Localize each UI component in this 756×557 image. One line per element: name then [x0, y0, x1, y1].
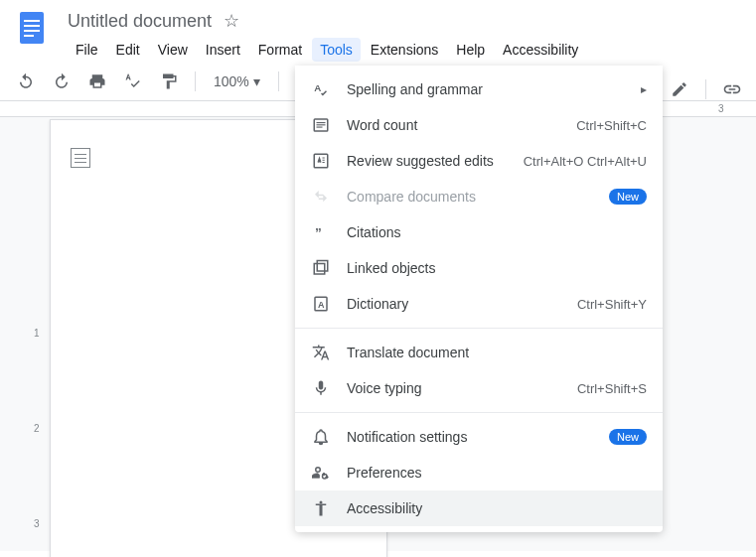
outline-icon[interactable] [71, 148, 90, 168]
svg-rect-13 [317, 261, 328, 272]
prefs-icon [311, 463, 331, 483]
print-button[interactable] [83, 68, 111, 95]
new-badge: New [609, 189, 647, 205]
menu-item-label: Linked objects [347, 260, 647, 276]
menu-item-word-count[interactable]: Word countCtrl+Shift+C [295, 107, 663, 143]
linked-icon [311, 258, 331, 278]
docs-logo[interactable] [12, 8, 52, 48]
menu-item-accessibility[interactable]: Accessibility [295, 490, 663, 526]
shortcut-label: Ctrl+Shift+C [576, 118, 647, 133]
star-icon[interactable]: ☆ [224, 10, 239, 32]
dictionary-icon: A [311, 294, 331, 314]
menu-item-label: Voice typing [347, 380, 561, 396]
svg-rect-12 [314, 264, 325, 275]
svg-point-17 [323, 475, 328, 480]
svg-rect-3 [24, 30, 40, 32]
menu-insert[interactable]: Insert [198, 38, 248, 62]
menu-item-preferences[interactable]: Preferences [295, 455, 663, 490]
menu-item-linked-objects[interactable]: Linked objects [295, 250, 663, 286]
citations-icon: ” [311, 222, 331, 242]
menu-item-label: Notification settings [347, 429, 593, 445]
menu-separator [295, 328, 663, 329]
svg-rect-1 [24, 20, 40, 22]
menu-edit[interactable]: Edit [108, 38, 148, 62]
zoom-label: 100% [214, 73, 249, 89]
menu-view[interactable]: View [150, 38, 196, 62]
redo-button[interactable] [48, 68, 76, 95]
svg-text:A: A [318, 300, 325, 310]
menu-item-label: Compare documents [347, 189, 593, 205]
menu-item-label: Word count [347, 117, 560, 133]
menu-file[interactable]: File [68, 38, 106, 62]
separator [278, 71, 279, 91]
spellcheck-button[interactable] [119, 68, 147, 95]
svg-text:A: A [314, 82, 321, 93]
menu-tools[interactable]: Tools [312, 38, 361, 62]
menu-item-translate-document[interactable]: Translate document [295, 335, 663, 370]
new-badge: New [609, 429, 647, 445]
translate-icon [311, 343, 331, 362]
menu-item-label: Accessibility [347, 500, 647, 516]
menu-extensions[interactable]: Extensions [363, 38, 446, 62]
link-button[interactable] [718, 75, 746, 103]
undo-button[interactable] [12, 68, 40, 95]
shortcut-label: Ctrl+Shift+Y [577, 297, 647, 312]
menu-item-label: Dictionary [347, 296, 561, 312]
menu-item-citations[interactable]: ”Citations [295, 214, 663, 250]
ruler-tick: 3 [718, 103, 724, 114]
compare-icon [311, 187, 331, 207]
ruler-tick: 3 [34, 518, 40, 529]
svg-rect-7 [317, 122, 326, 123]
vertical-ruler[interactable]: 1 2 3 [30, 119, 50, 551]
menu-item-spelling-and-grammar[interactable]: ASpelling and grammar▸ [295, 71, 663, 107]
shortcut-label: Ctrl+Alt+O Ctrl+Alt+U [524, 154, 647, 169]
menu-format[interactable]: Format [250, 38, 310, 62]
review-icon [311, 151, 331, 171]
accessibility-icon [311, 498, 331, 518]
svg-rect-2 [24, 25, 40, 27]
menu-item-label: Spelling and grammar [347, 81, 625, 97]
menu-help[interactable]: Help [448, 38, 493, 62]
wordcount-icon [311, 115, 331, 135]
bell-icon [311, 427, 331, 447]
ruler-tick: 1 [34, 328, 40, 339]
menu-item-label: Citations [347, 224, 647, 240]
svg-rect-0 [20, 12, 44, 44]
svg-point-16 [316, 468, 321, 473]
edit-mode-button[interactable] [666, 75, 693, 103]
zoom-select[interactable]: 100%▾ [208, 73, 266, 89]
menu-accessibility[interactable]: Accessibility [495, 38, 586, 62]
menu-item-label: Preferences [347, 465, 647, 481]
tools-dropdown: ASpelling and grammar▸Word countCtrl+Shi… [295, 66, 663, 532]
separator [705, 79, 706, 99]
header: Untitled document ☆ FileEditViewInsertFo… [0, 0, 756, 62]
menu-item-label: Translate document [347, 345, 647, 360]
svg-rect-4 [24, 35, 34, 37]
menubar: FileEditViewInsertFormatToolsExtensionsH… [68, 38, 744, 62]
menu-item-voice-typing[interactable]: Voice typingCtrl+Shift+S [295, 370, 663, 406]
menu-item-compare-documents: Compare documentsNew [295, 179, 663, 214]
svg-rect-9 [317, 127, 323, 128]
menu-item-dictionary[interactable]: ADictionaryCtrl+Shift+Y [295, 286, 663, 322]
voice-icon [311, 378, 331, 398]
menu-item-label: Review suggested edits [347, 153, 508, 169]
svg-text:”: ” [315, 225, 322, 240]
svg-rect-8 [317, 124, 326, 125]
paint-format-button[interactable] [155, 68, 183, 95]
menu-separator [295, 412, 663, 413]
document-title[interactable]: Untitled document [68, 11, 212, 32]
shortcut-label: Ctrl+Shift+S [577, 381, 647, 396]
submenu-arrow-icon: ▸ [641, 82, 647, 96]
menu-item-notification-settings[interactable]: Notification settingsNew [295, 419, 663, 455]
ruler-tick: 2 [34, 423, 40, 434]
svg-point-18 [320, 501, 323, 504]
spellcheck-icon: A [311, 79, 331, 99]
menu-item-review-suggested-edits[interactable]: Review suggested editsCtrl+Alt+O Ctrl+Al… [295, 143, 663, 179]
separator [195, 71, 196, 91]
chevron-down-icon: ▾ [253, 73, 260, 89]
